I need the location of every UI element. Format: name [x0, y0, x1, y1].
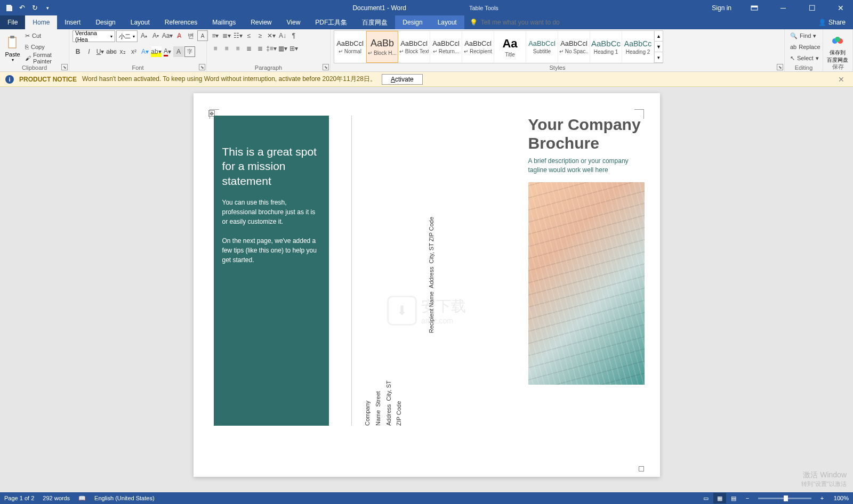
brochure-panel-mission[interactable]: This is a great spot for a mission state… [214, 116, 329, 426]
multilevel-icon[interactable]: ☷▾ [232, 30, 243, 41]
find-button[interactable]: 🔍Find▾ [788, 30, 823, 41]
tab-table-design[interactable]: Design [395, 15, 430, 29]
zoom-out-icon[interactable]: − [741, 493, 754, 503]
status-language[interactable]: English (United States) [94, 495, 155, 501]
select-button[interactable]: ↖Select▾ [788, 53, 823, 63]
style-item[interactable]: AaBbCcHeading 2 [622, 31, 654, 63]
style-item[interactable]: AaBbCcHeading 1 [590, 31, 622, 63]
strikethrough-button[interactable]: abc [106, 46, 117, 57]
recipient-block[interactable]: Recipient Name Address City, ST ZIP Code [426, 217, 437, 333]
font-size-combo[interactable]: 小二▾ [116, 30, 138, 42]
align-right-icon[interactable]: ≡ [232, 43, 243, 54]
tab-home[interactable]: Home [25, 15, 57, 29]
style-item[interactable]: AaBb↵ Block H... [366, 31, 398, 63]
change-case-icon[interactable]: Aa▾ [162, 30, 173, 41]
brochure-panel-address[interactable]: Recipient Name Address City, ST ZIP Code… [351, 116, 490, 426]
font-color-icon[interactable]: A▾ [162, 46, 173, 57]
tell-me-input[interactable] [481, 19, 619, 26]
tab-references[interactable]: References [157, 15, 205, 29]
baidu-save-button[interactable]: 保存到 百度网盘 [826, 30, 849, 66]
brochure-panel-cover[interactable]: Your Company Brochure A brief descriptio… [528, 116, 646, 385]
copy-button[interactable]: ⎘Copy [23, 42, 66, 52]
tab-insert[interactable]: Insert [57, 15, 88, 29]
asian-layout-icon[interactable]: ✕▾ [266, 30, 277, 41]
save-icon[interactable] [3, 2, 15, 14]
maximize-icon[interactable]: ☐ [800, 0, 824, 15]
zoom-level[interactable]: 100% [834, 495, 849, 501]
brochure-title[interactable]: Your Company Brochure [528, 116, 646, 152]
activate-button[interactable]: Activate [382, 74, 423, 85]
tab-design[interactable]: Design [88, 15, 123, 29]
document-area[interactable]: ✥ This is a great spot for a mission sta… [0, 87, 853, 492]
cut-button[interactable]: ✂Cut [23, 30, 66, 41]
style-item[interactable]: AaBbCcl↵ Return... [430, 31, 462, 63]
text-effects-icon[interactable]: A▾ [140, 46, 150, 57]
styles-down-icon[interactable]: ▼ [655, 42, 663, 52]
style-item[interactable]: AaTitle [494, 31, 526, 63]
shrink-font-icon[interactable]: A▾ [150, 30, 161, 41]
styles-gallery[interactable]: AaBbCcl↵ NormalAaBb↵ Block H...AaBbCcl↵ … [334, 30, 663, 63]
ribbon-display-icon[interactable] [742, 0, 767, 15]
table-resize-handle[interactable] [639, 466, 644, 472]
style-item[interactable]: AaBbCcl↵ Normal [334, 31, 366, 63]
clear-format-icon[interactable]: A̷ [174, 30, 184, 41]
numbering-icon[interactable]: ≣▾ [221, 30, 232, 41]
font-name-combo[interactable]: Verdana (Hea▾ [73, 30, 115, 42]
minimize-icon[interactable]: ─ [771, 0, 795, 15]
close-icon[interactable]: ✕ [828, 0, 853, 15]
proofing-icon[interactable]: 📖 [78, 495, 86, 502]
zoom-slider[interactable] [758, 498, 811, 499]
tab-pdf[interactable]: PDF工具集 [308, 15, 355, 29]
justify-icon[interactable]: ≣ [244, 43, 254, 54]
clipboard-dialog-launcher[interactable]: ⬊ [61, 64, 68, 70]
tab-file[interactable]: File [0, 15, 25, 29]
show-marks-icon[interactable]: ¶ [288, 30, 299, 41]
styles-dialog-launcher[interactable]: ⬊ [777, 64, 783, 70]
brochure-image[interactable] [528, 182, 645, 385]
company-block[interactable]: Company Name Street Address City, ST ZIP… [363, 371, 405, 426]
status-wordcount[interactable]: 292 words [43, 495, 70, 501]
font-dialog-launcher[interactable]: ⬊ [199, 64, 205, 70]
mission-p2[interactable]: On the next page, we've added a few tips… [222, 236, 320, 265]
mission-p1[interactable]: You can use this fresh, professional bro… [222, 198, 320, 226]
borders-icon[interactable]: ⊞▾ [288, 43, 299, 54]
print-layout-icon[interactable]: ▦ [713, 493, 726, 503]
bullets-icon[interactable]: ≡▾ [210, 30, 221, 41]
tell-me-search[interactable]: 💡 [464, 15, 811, 29]
subscript-button[interactable]: x₂ [117, 46, 128, 57]
grow-font-icon[interactable]: A▴ [139, 30, 149, 41]
tab-baidu[interactable]: 百度网盘 [355, 15, 395, 29]
align-center-icon[interactable]: ≡ [221, 43, 232, 54]
sort-icon[interactable]: A↓ [277, 30, 288, 41]
styles-more-icon[interactable]: ▾ [655, 52, 663, 63]
brochure-tagline[interactable]: A brief description or your company tagl… [528, 157, 646, 175]
format-painter-button[interactable]: 🖌Format Painter [23, 53, 66, 63]
phonetic-icon[interactable]: 변 [186, 30, 196, 41]
tab-review[interactable]: Review [243, 15, 279, 29]
read-mode-icon[interactable]: ▭ [699, 493, 712, 503]
italic-button[interactable]: I [84, 46, 94, 57]
notice-close-icon[interactable]: ✕ [835, 75, 848, 84]
superscript-button[interactable]: x² [128, 46, 139, 57]
highlight-icon[interactable]: ab▾ [151, 46, 162, 57]
tab-view[interactable]: View [279, 15, 308, 29]
tab-table-layout[interactable]: Layout [430, 15, 464, 29]
paste-button[interactable]: Paste▾ [3, 30, 22, 66]
qat-dropdown-icon[interactable]: ▾ [42, 2, 53, 14]
line-spacing-icon[interactable]: ‡≡▾ [266, 43, 277, 54]
distributed-icon[interactable]: ≣ [255, 43, 265, 54]
share-button[interactable]: 👤Share [811, 15, 853, 29]
increase-indent-icon[interactable]: ≥ [255, 30, 265, 41]
align-left-icon[interactable]: ≡ [210, 43, 221, 54]
enclose-icon[interactable]: A [197, 30, 208, 41]
style-item[interactable]: AaBbCcl↵ Recipient [462, 31, 494, 63]
tab-mailings[interactable]: Mailings [205, 15, 243, 29]
underline-button[interactable]: U▾ [95, 46, 106, 57]
sign-in-link[interactable]: Sign in [705, 4, 738, 12]
zoom-in-icon[interactable]: + [816, 493, 828, 503]
bold-button[interactable]: B [73, 46, 83, 57]
mission-heading[interactable]: This is a great spot for a mission state… [222, 144, 320, 188]
status-page[interactable]: Page 1 of 2 [4, 495, 34, 501]
char-border-icon[interactable]: 字 [184, 46, 195, 57]
decrease-indent-icon[interactable]: ≤ [244, 30, 254, 41]
